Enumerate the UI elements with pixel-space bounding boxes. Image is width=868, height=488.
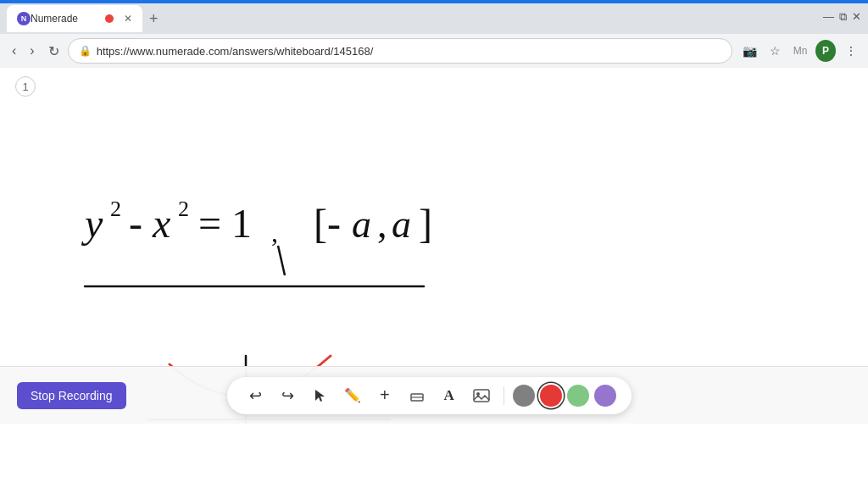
redo-button[interactable]: ↪: [275, 382, 302, 409]
svg-text:= 1: = 1: [198, 201, 252, 246]
svg-text:2: 2: [110, 197, 121, 221]
browser-window: N Numerade ✕ + — ⧉ ✕ ‹ › ↻ 🔒 https://www…: [0, 0, 868, 424]
tool-buttons-container: ↩ ↪ ✏️ + A: [227, 377, 632, 414]
title-bar: N Numerade ✕ + — ⧉ ✕: [0, 3, 868, 34]
url-text: https://www.numerade.com/answers/whitebo…: [97, 45, 721, 58]
refresh-button[interactable]: ↻: [43, 40, 64, 63]
minimize-button[interactable]: —: [823, 10, 834, 24]
eraser-button[interactable]: [403, 382, 431, 409]
close-button[interactable]: ✕: [852, 10, 861, 24]
svg-marker-16: [315, 390, 325, 402]
svg-text:-: -: [129, 201, 142, 246]
window-controls: — ⧉ ✕: [823, 10, 861, 24]
svg-text:,: ,: [271, 217, 278, 247]
svg-text:2: 2: [178, 197, 189, 221]
profile-icon[interactable]: P: [815, 41, 836, 61]
color-purple-button[interactable]: [594, 385, 616, 407]
lock-icon: 🔒: [79, 45, 92, 57]
back-button[interactable]: ‹: [7, 40, 21, 62]
svg-text:[-: [-: [314, 201, 341, 246]
color-gray-button[interactable]: [513, 385, 535, 407]
menu-icon[interactable]: ⋮: [841, 41, 861, 61]
undo-button[interactable]: ↩: [242, 382, 270, 409]
tab-title: Numerade: [31, 13, 105, 25]
select-tool-button[interactable]: [307, 382, 334, 409]
tab-active[interactable]: N Numerade ✕: [7, 5, 142, 32]
cast-icon[interactable]: 📷: [739, 41, 760, 61]
svg-line-7: [278, 246, 285, 275]
svg-text:a: a: [352, 202, 371, 246]
pen-tool-button[interactable]: ✏️: [339, 382, 366, 409]
restore-button[interactable]: ⧉: [839, 10, 847, 24]
color-divider: [504, 386, 504, 405]
nav-icons: 📷 ☆ Mn P ⋮: [739, 41, 861, 61]
svg-text:]: ]: [419, 201, 432, 246]
whiteboard: 1 y 2 - x 2 = 1 , [- a , a ]: [0, 68, 868, 424]
toolbar: Stop Recording ↩ ↪ ✏️ + A: [0, 366, 868, 424]
svg-text:y: y: [81, 201, 103, 246]
image-tool-button[interactable]: [468, 382, 495, 409]
stop-recording-button[interactable]: Stop Recording: [17, 382, 126, 409]
svg-text:x: x: [152, 201, 170, 246]
extension-icon[interactable]: Mn: [790, 41, 810, 61]
recording-dot-tab: [105, 14, 114, 23]
color-red-button[interactable]: [540, 385, 562, 407]
svg-text:,: ,: [377, 202, 387, 246]
tab-close-btn[interactable]: ✕: [124, 13, 132, 25]
svg-text:a: a: [392, 202, 411, 246]
page-number: 1: [15, 76, 36, 97]
address-bar[interactable]: 🔒 https://www.numerade.com/answers/white…: [68, 38, 732, 64]
text-tool-button[interactable]: A: [436, 382, 463, 409]
color-green-button[interactable]: [567, 385, 589, 407]
favicon: N: [17, 12, 31, 25]
bookmark-icon[interactable]: ☆: [765, 41, 785, 61]
nav-bar: ‹ › ↻ 🔒 https://www.numerade.com/answers…: [0, 34, 868, 68]
add-button[interactable]: +: [371, 382, 398, 409]
new-tab-button[interactable]: +: [149, 10, 159, 28]
forward-button[interactable]: ›: [25, 40, 39, 62]
